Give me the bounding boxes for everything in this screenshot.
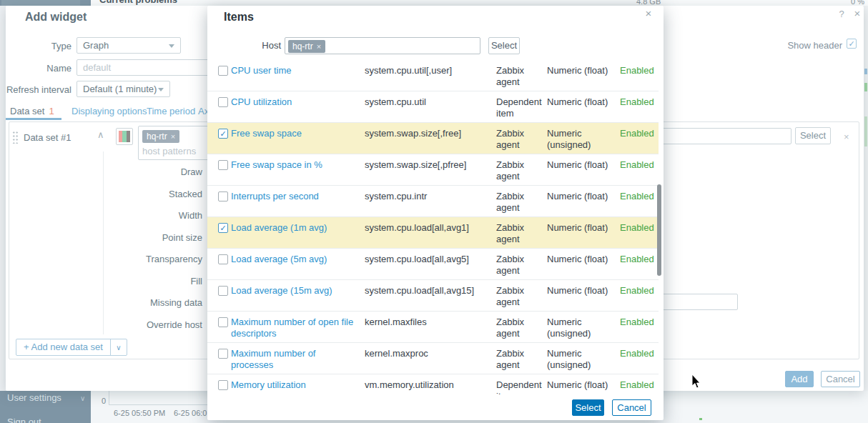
tab-data-set[interactable]: Data set1: [10, 106, 54, 116]
item-checkbox[interactable]: [218, 286, 228, 296]
item-name-link[interactable]: Interrupts per second: [231, 191, 358, 202]
chip-remove-icon[interactable]: ×: [171, 132, 175, 141]
tab-time-period[interactable]: Time period: [147, 106, 195, 116]
chevron-down-icon[interactable]: ∨: [111, 344, 127, 352]
item-key: system.swap.size[,pfree]: [365, 159, 490, 171]
item-checkbox[interactable]: [218, 66, 228, 76]
items-table-row[interactable]: CPU user time system.cpu.util[,user] Zab…: [207, 60, 659, 91]
refresh-interval-label: Refresh interval: [6, 84, 71, 95]
sidebar-item-sign-out[interactable]: Sign out: [7, 417, 41, 423]
close-icon[interactable]: ×: [851, 7, 864, 20]
help-icon[interactable]: ?: [835, 8, 848, 21]
host-multiselect-input[interactable]: hq-rtr×: [285, 37, 480, 54]
drag-handle-icon[interactable]: [12, 131, 19, 144]
item-checkbox[interactable]: [218, 160, 228, 170]
item-name-link[interactable]: Maximum number of processes: [231, 348, 358, 371]
item-type: Dependent item: [496, 379, 541, 394]
modal-cancel-button[interactable]: Cancel: [612, 399, 651, 416]
item-checkbox[interactable]: [218, 380, 228, 390]
modal-select-button[interactable]: Select: [572, 399, 604, 416]
item-checkbox[interactable]: [218, 97, 228, 107]
scrollbar-thumb[interactable]: [657, 184, 661, 276]
host-select-button[interactable]: Select: [488, 37, 520, 54]
item-checkbox[interactable]: [218, 191, 228, 201]
item-key: system.cpu.load[all,avg1]: [365, 222, 490, 234]
item-name-link[interactable]: Load average (5m avg): [231, 254, 358, 265]
cancel-button[interactable]: Cancel: [821, 371, 860, 387]
item-data-type: Numeric (float): [547, 285, 613, 297]
items-table-row[interactable]: Memory utilization vm.memory.utilization…: [207, 374, 659, 394]
items-table-row[interactable]: Maximum number of processes kernel.maxpr…: [207, 343, 659, 374]
host-label: Host: [249, 40, 281, 51]
item-key: vm.memory.utilization: [365, 379, 490, 391]
items-table-row[interactable]: Interrupts per second system.cpu.intr Za…: [207, 186, 659, 217]
collapse-chevron-icon[interactable]: ∧: [97, 129, 104, 140]
item-checkbox[interactable]: ✓: [218, 223, 228, 233]
remove-icon[interactable]: ×: [844, 131, 849, 142]
host-chip[interactable]: hq-rtr×: [288, 40, 325, 53]
item-type: Dependent item: [496, 96, 541, 119]
host-chip[interactable]: hq-rtr×: [142, 130, 179, 143]
type-select[interactable]: Graph: [77, 37, 181, 54]
add-new-data-set-button[interactable]: + Add new data set ∨: [16, 339, 127, 356]
item-status: Enabled: [620, 379, 657, 391]
fill-label: Fill: [6, 276, 202, 298]
item-patterns-select-button[interactable]: Select: [795, 127, 831, 144]
items-table-row[interactable]: Free swap space in % system.swap.size[,p…: [207, 154, 659, 186]
tab-displaying-options[interactable]: Displaying options: [71, 106, 147, 116]
item-status: Enabled: [620, 128, 657, 139]
transparency-label: Transparency: [6, 254, 202, 276]
refresh-interval-select[interactable]: Default (1 minute): [77, 81, 170, 97]
dashboard-sidebar-bottom-fragment: User settings∨ Sign out: [0, 391, 91, 423]
item-data-type: Numeric (float): [547, 65, 613, 76]
chart-data-fragment: [699, 418, 702, 420]
chevron-down-icon: [169, 44, 174, 48]
stacked-label: Stacked: [6, 189, 202, 211]
item-status: Enabled: [620, 159, 657, 171]
dialog-title: Add widget: [25, 11, 87, 24]
color-palette-swatch[interactable]: [116, 128, 133, 145]
item-checkbox[interactable]: [218, 254, 228, 264]
item-data-type: Numeric (float): [547, 379, 613, 391]
items-table-row[interactable]: ✓ Load average (1m avg) system.cpu.load[…: [207, 217, 659, 249]
items-table-row[interactable]: ✓ Free swap space system.swap.size[,free…: [207, 123, 659, 154]
item-type: Zabbix agent: [496, 128, 541, 151]
item-checkbox[interactable]: [218, 349, 228, 359]
item-name-link[interactable]: Memory utilization: [231, 379, 358, 391]
item-name-link[interactable]: CPU user time: [231, 65, 358, 76]
item-key: system.cpu.load[all,avg15]: [365, 285, 490, 297]
item-name-link[interactable]: Load average (15m avg): [231, 285, 358, 297]
dashboard-sidebar-top-fragment: [0, 0, 91, 6]
item-name-link[interactable]: Maximum number of open file descriptors: [231, 317, 358, 339]
item-checkbox[interactable]: [218, 317, 228, 327]
items-table-row[interactable]: CPU utilization system.cpu.util Dependen…: [207, 91, 659, 123]
item-status: Enabled: [620, 285, 657, 297]
item-status: Enabled: [620, 222, 657, 234]
item-name-link[interactable]: Free swap space in %: [231, 159, 358, 171]
cpu-widget-fragment: 0 %: [851, 0, 864, 6]
width-label: Width: [6, 210, 202, 232]
item-name-link[interactable]: Load average (1m avg): [231, 222, 358, 234]
item-key: system.cpu.util[,user]: [365, 65, 490, 76]
item-name-link[interactable]: Free swap space: [231, 128, 358, 139]
item-type: Zabbix agent: [496, 254, 541, 277]
item-key: system.cpu.util: [365, 96, 490, 108]
items-table-row[interactable]: Load average (15m avg) system.cpu.load[a…: [207, 280, 659, 312]
items-table-row[interactable]: Load average (5m avg) system.cpu.load[al…: [207, 249, 659, 280]
dashboard-right-fragment: [864, 6, 868, 391]
item-checkbox[interactable]: ✓: [218, 129, 228, 139]
item-data-type: Numeric (float): [547, 254, 613, 265]
dashboard-top-fragment: Current problems 4.8 GB 0 %: [91, 0, 868, 6]
close-icon[interactable]: ×: [642, 7, 655, 20]
chip-remove-icon[interactable]: ×: [317, 42, 321, 51]
item-type: Zabbix agent: [496, 191, 541, 214]
add-button[interactable]: Add: [785, 371, 814, 387]
items-table-row[interactable]: Maximum number of open file descriptors …: [207, 312, 659, 343]
show-header-checkbox[interactable]: ✓: [847, 39, 857, 49]
sidebar-item-user-settings[interactable]: User settings∨: [7, 392, 85, 403]
item-type: Zabbix agent: [496, 285, 541, 308]
screen: Current problems 4.8 GB 0 % User setting…: [0, 0, 868, 423]
item-type: Zabbix agent: [496, 348, 541, 371]
item-name-link[interactable]: CPU utilization: [231, 96, 358, 108]
active-tab-underline: [6, 118, 61, 120]
